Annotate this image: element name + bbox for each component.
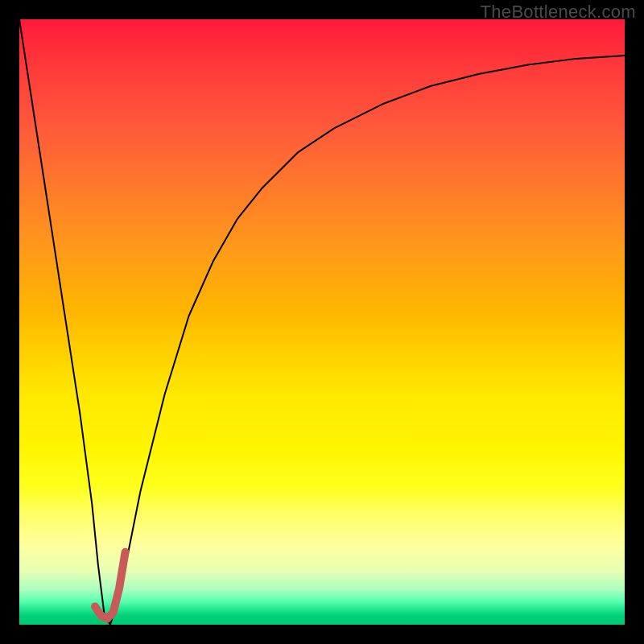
bottleneck-curve [19, 19, 625, 625]
chart-svg [19, 19, 625, 625]
plot-area [19, 19, 625, 625]
chart-container: TheBottleneck.com [0, 0, 644, 644]
highlight-marker [95, 552, 126, 619]
